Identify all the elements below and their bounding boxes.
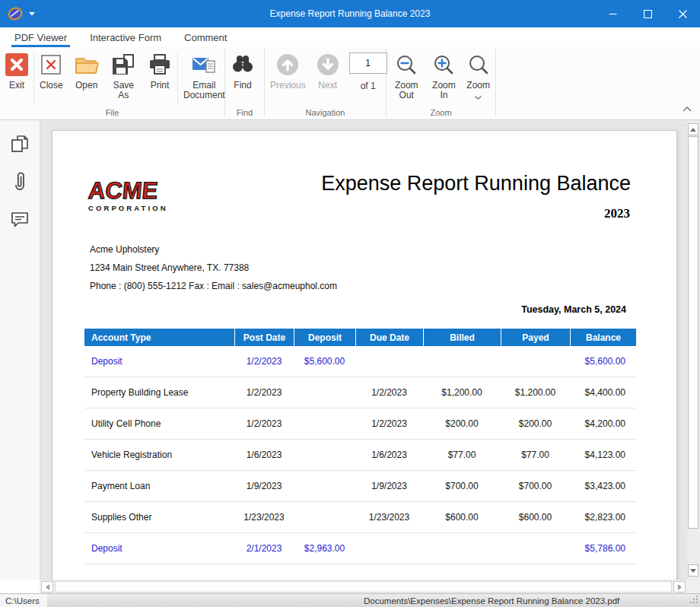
chevron-down-icon [475, 92, 482, 102]
page-thumbnails-button[interactable] [7, 131, 33, 157]
table-row: Property Building Lease 1/2/2023 1/2/202… [84, 377, 636, 408]
ribbon-group-find: Find Find [225, 47, 264, 119]
attachments-button[interactable] [7, 169, 33, 195]
company-address: 1234 Main Street Anywhere, TX. 77388 [90, 259, 337, 277]
close-document-button[interactable]: Close [34, 47, 68, 91]
group-label-navigation: Navigation [265, 108, 386, 117]
vertical-scrollbar[interactable] [687, 120, 700, 580]
page-number-input[interactable] [349, 52, 387, 74]
vertical-scroll-thumb[interactable] [688, 136, 698, 529]
resize-grip-icon[interactable] [690, 596, 698, 605]
comments-icon [10, 211, 30, 229]
previous-page-button[interactable]: Previous [265, 47, 311, 91]
print-icon [148, 51, 172, 78]
table-header-cell: Balance [570, 329, 636, 346]
table-header-cell: Billed [423, 329, 501, 346]
table-row: Payment Loan 1/9/2023 1/9/2023 $700.00 $… [84, 471, 636, 502]
close-window-button[interactable] [665, 0, 700, 27]
scroll-right-icon [678, 584, 682, 590]
scroll-down-icon [690, 569, 696, 573]
close-window-icon [679, 10, 687, 18]
table-row: Supplies Other 1/23/2023 1/23/2023 $600.… [84, 502, 636, 533]
print-button[interactable]: Print [142, 47, 177, 91]
report-date: Tuesday, March 5, 2024 [521, 304, 626, 315]
status-file-path: Documents\Expenses\Expense Report Runnin… [364, 596, 619, 605]
status-path-start: C:\Users [0, 594, 47, 607]
company-info: Acme Upholstery 1234 Main Street Anywher… [90, 240, 337, 295]
table-row: Deposit 1/2/2023 $5,600.00 $5,600.00 [84, 346, 636, 377]
pdf-page: ACME CORPORATION Expense Report Running … [52, 130, 677, 580]
table-header-cell: Account Type [84, 329, 234, 346]
dropdown-caret-icon[interactable] [29, 12, 35, 16]
next-arrow-icon [317, 51, 339, 78]
zoom-in-icon [433, 51, 454, 78]
status-bar: C:\Users Documents\Expenses\Expense Repo… [0, 593, 700, 607]
ribbon-group-file: Exit Close [0, 47, 224, 119]
collapse-ribbon-icon [682, 106, 692, 112]
scrollbar-corner [687, 580, 700, 593]
report-table-header: Account TypePost DateDepositDue DateBill… [84, 329, 636, 346]
page-thumbnails-icon [10, 134, 30, 154]
save-as-button[interactable]: Save As [105, 47, 142, 100]
collapse-ribbon-button[interactable] [681, 104, 693, 113]
email-document-icon [192, 51, 216, 78]
scroll-down-button[interactable] [688, 564, 698, 577]
table-header-cell: Due Date [355, 329, 423, 346]
comments-button[interactable] [7, 207, 33, 233]
group-label-find: Find [225, 108, 264, 117]
tab-interactive-form[interactable]: Interactive Form [78, 27, 173, 47]
open-folder-icon [74, 51, 100, 78]
horizontal-scroll-thumb[interactable] [55, 581, 672, 593]
zoom-dropdown-button[interactable]: Zoom [461, 47, 495, 102]
content-area: ACME CORPORATION Expense Report Running … [0, 120, 700, 580]
scroll-left-button[interactable] [41, 581, 53, 593]
scroll-up-icon [690, 128, 696, 132]
email-document-button[interactable]: Email Document [178, 47, 231, 100]
report-table-body: Deposit 1/2/2023 $5,600.00 $5,600.00 Pro… [84, 346, 636, 564]
report-year: 2023 [604, 206, 630, 221]
zoom-icon [468, 51, 489, 78]
table-header-cell: Payed [501, 329, 570, 346]
group-label-zoom: Zoom [387, 108, 495, 117]
maximize-button[interactable] [630, 0, 665, 27]
ribbon-group-zoom: Zoom Out Zoom In [387, 47, 495, 119]
zoom-out-button[interactable]: Zoom Out [387, 47, 427, 100]
pdf-viewer-window: Expense Report Running Balance 2023 PDF … [0, 0, 700, 607]
navigation-sidebar [0, 120, 40, 580]
table-row: Utility Cell Phone 1/2/2023 1/2/2023 $20… [84, 408, 636, 440]
previous-arrow-icon [276, 51, 299, 78]
app-icon[interactable] [8, 6, 23, 21]
tab-pdf-viewer[interactable]: PDF Viewer [3, 27, 78, 47]
table-row: Vehicle Registration 1/6/2023 1/6/2023 $… [84, 440, 636, 471]
title-bar: Expense Report Running Balance 2023 [0, 0, 700, 27]
logo-subtext: CORPORATION [88, 204, 168, 212]
find-button[interactable]: Find [225, 47, 260, 91]
open-button[interactable]: Open [68, 47, 105, 91]
ribbon-tabs: PDF Viewer Interactive Form Comment [0, 27, 700, 47]
minimize-button[interactable] [595, 0, 630, 27]
next-page-button[interactable]: Next [311, 47, 345, 91]
tab-comment[interactable]: Comment [173, 27, 238, 47]
scroll-left-icon [46, 584, 49, 590]
table-header-cell: Post Date [234, 329, 294, 346]
window-controls [595, 0, 700, 27]
group-label-file: File [0, 108, 224, 117]
scroll-right-button[interactable] [673, 581, 686, 593]
group-divider [495, 49, 496, 116]
attachments-icon [11, 170, 28, 193]
acme-logo: ACME CORPORATION [88, 180, 168, 212]
scroll-up-button[interactable] [688, 123, 698, 135]
zoom-in-button[interactable]: Zoom In [427, 47, 462, 100]
save-as-icon [111, 51, 135, 78]
ribbon-group-navigation: Previous Next of 1 Navigation [265, 47, 386, 119]
document-viewer[interactable]: ACME CORPORATION Expense Report Running … [40, 120, 687, 580]
logo-text: ACME [88, 180, 169, 202]
ribbon: Exit Close [0, 47, 700, 120]
maximize-icon [644, 10, 652, 18]
company-contact: Phone : (800) 555-1212 Fax : Email : sal… [90, 277, 337, 295]
company-name: Acme Upholstery [90, 240, 337, 259]
close-doc-icon [40, 51, 62, 78]
horizontal-scrollbar[interactable] [40, 580, 687, 594]
exit-button[interactable]: Exit [0, 47, 33, 91]
zoom-out-icon [396, 51, 417, 78]
